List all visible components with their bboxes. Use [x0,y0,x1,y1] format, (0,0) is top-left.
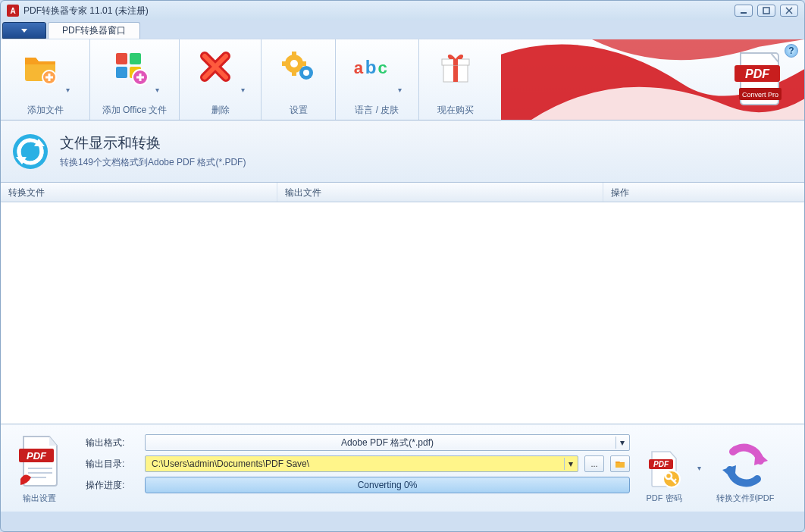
ribbon-group-add-office: ▾ 添加 Office 文件 [90,39,180,120]
out-dir-field[interactable]: C:\Users\admin\Documents\PDF Save\ ▾ [145,455,578,472]
svg-marker-4 [21,29,27,33]
office-add-icon [110,47,149,86]
ribbon-group-add-file: ▾ 添加文件 [1,39,90,120]
svg-rect-10 [116,67,127,78]
progress-bar: Converting 0% [145,477,630,493]
pdf-password-button[interactable]: PDF PDF 密码 [634,429,694,507]
out-format-value: Adobe PDF 格式(*.pdf) [341,437,434,449]
app-icon: A [7,5,19,17]
add-office-label: 添加 Office 文件 [90,104,179,117]
svg-rect-30 [453,59,458,65]
svg-marker-52 [722,465,736,480]
svg-rect-8 [116,53,127,64]
svg-rect-18 [292,71,296,76]
panel-header: 文件显示和转换 转换149个文档格式到Adobe PDF 格式(*.PDF) [1,120,804,183]
out-format-label: 输出格式: [86,437,139,449]
row-progress: 操作进度: Converting 0% [86,474,630,496]
convert-button[interactable]: 转换文件到PDF [704,429,786,507]
output-form: 输出格式: Adobe PDF 格式(*.pdf) ▾ 输出目录: C:\Use… [74,429,634,507]
open-folder-button[interactable] [610,455,630,472]
svg-text:a: a [353,58,363,77]
out-dir-label: 输出目录: [86,458,139,471]
col-output-file[interactable]: 输出文件 [277,183,603,202]
svg-text:PDF: PDF [27,450,47,462]
delete-x-icon [196,47,235,86]
refresh-icon [11,133,49,171]
file-list[interactable] [1,202,804,424]
col-convert-file[interactable]: 转换文件 [1,183,277,202]
pdf-password-label: PDF 密码 [646,493,681,504]
browse-button[interactable]: ... [584,455,604,472]
buy-now-label: 现在购买 [419,104,492,117]
tab-converter[interactable]: PDF转换器窗口 [48,22,140,39]
ribbon-group-lang: abc ▾ 语言 / 皮肤 [336,39,419,120]
svg-rect-9 [130,53,141,64]
lang-skin-dropdown[interactable]: ▾ [398,70,409,94]
window-title: PDF转换器专家 11.01 (未注册) [23,5,149,17]
abc-icon: abc [352,47,392,86]
row-format: 输出格式: Adobe PDF 格式(*.pdf) ▾ [86,432,630,453]
delete-button[interactable] [190,44,241,89]
column-headers: 转换文件 输出文件 操作 [1,183,804,202]
svg-rect-19 [282,61,287,66]
delete-label: 删除 [180,104,261,117]
panel-text: 文件显示和转换 转换149个文档格式到Adobe PDF 格式(*.PDF) [60,133,246,169]
svg-text:c: c [377,58,387,77]
file-menu-button[interactable] [2,22,46,39]
maximize-button[interactable] [757,5,775,17]
folder-icon [615,459,625,468]
progress-text: Converting 0% [358,480,418,490]
pdf-password-dropdown[interactable]: ▾ [694,429,704,507]
add-office-dropdown[interactable]: ▾ [155,70,166,94]
col-operation[interactable]: 操作 [603,183,804,202]
close-button[interactable] [780,5,798,17]
minimize-button[interactable] [735,5,753,17]
ribbon-group-settings: 设置 [262,39,336,120]
app-logo: PDFConvert Pro [727,44,800,117]
ribbon-group-buy: 现在购买 [419,39,492,120]
chevron-down-icon: ▾ [564,458,576,470]
svg-point-16 [290,60,298,67]
out-format-select[interactable]: Adobe PDF 格式(*.pdf) ▾ [145,434,630,451]
out-dir-value: C:\Users\admin\Documents\PDF Save\ [152,458,309,469]
settings-button[interactable] [273,44,324,89]
pdf-doc-icon: PDF [16,433,63,491]
settings-label: 设置 [262,104,335,117]
svg-rect-17 [292,52,296,56]
svg-marker-51 [754,450,768,465]
folder-add-icon [20,47,60,86]
delete-dropdown[interactable]: ▾ [241,70,252,94]
add-office-button[interactable] [104,44,155,89]
bottom-panel: PDF 输出设置 输出格式: Adobe PDF 格式(*.pdf) ▾ 输出目… [1,424,804,512]
lang-skin-label: 语言 / 皮肤 [336,104,418,117]
svg-text:Convert Pro: Convert Pro [742,91,778,99]
svg-rect-20 [302,61,306,66]
tabstrip: PDF转换器窗口 [1,20,804,39]
chevron-down-icon: ▾ [615,437,628,449]
gift-icon [436,47,475,86]
output-settings-label: 输出设置 [23,493,56,504]
ribbon: ▾ 添加文件 ▾ 添加 Office 文件 ▾ 删除 设置 [1,39,804,120]
svg-rect-1 [763,8,769,14]
add-file-label: 添加文件 [1,104,89,117]
svg-text:b: b [365,57,376,77]
buy-now-button[interactable] [430,44,481,89]
ribbon-group-delete: ▾ 删除 [180,39,262,120]
svg-text:PDF: PDF [653,460,669,468]
gear-icon [279,47,318,86]
row-dir: 输出目录: C:\Users\admin\Documents\PDF Save\… [86,453,630,474]
panel-subtitle: 转换149个文档格式到Adobe PDF 格式(*.PDF) [60,156,246,169]
panel-title: 文件显示和转换 [60,133,246,153]
svg-text:PDF: PDF [745,67,770,80]
output-settings-button[interactable]: PDF 输出设置 [5,429,74,507]
svg-rect-28 [453,64,458,82]
convert-icon [718,443,772,491]
window-controls [735,5,798,17]
add-file-dropdown[interactable]: ▾ [66,70,77,94]
svg-point-22 [303,70,309,76]
add-file-button[interactable] [14,44,66,89]
pdf-password-icon: PDF [646,449,682,491]
lang-skin-button[interactable]: abc [346,44,398,89]
convert-label: 转换文件到PDF [716,493,775,504]
progress-label: 操作进度: [86,479,139,492]
